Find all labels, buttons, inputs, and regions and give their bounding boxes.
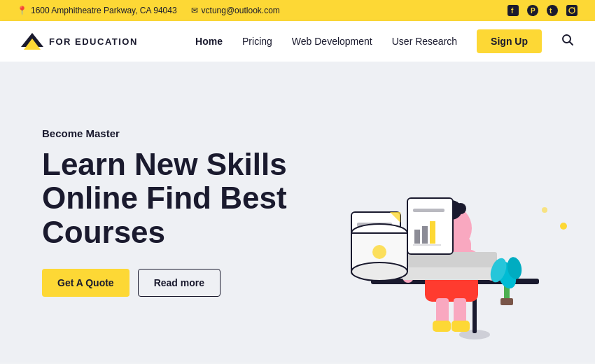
svg-rect-44 [414, 230, 420, 244]
svg-rect-6 [566, 5, 578, 16]
hero-buttons: Get A Quote Read more [42, 269, 287, 297]
nav-pricing[interactable]: Pricing [242, 36, 272, 47]
hero-content: Become Master Learn New Skills Online Fi… [42, 127, 287, 297]
svg-point-63 [560, 223, 567, 230]
top-bar-left: 📍 1600 Amphitheatre Parkway, CA 94043 ✉ … [17, 6, 280, 15]
svg-line-12 [570, 42, 573, 46]
svg-rect-46 [430, 221, 435, 244]
hero-subtitle: Become Master [42, 127, 287, 139]
search-button[interactable] [561, 34, 574, 49]
email-icon: ✉ [191, 6, 198, 15]
email-item: ✉ vctung@outlook.com [191, 6, 280, 15]
svg-rect-31 [500, 298, 513, 305]
signup-button[interactable]: Sign Up [477, 29, 542, 53]
svg-rect-45 [422, 226, 428, 244]
email-text: vctung@outlook.com [202, 6, 280, 15]
pinterest-icon[interactable]: P [526, 4, 539, 17]
instagram-icon[interactable] [566, 4, 578, 17]
address-text: 1600 Amphitheatre Parkway, CA 94043 [31, 6, 177, 15]
top-bar: 📍 1600 Amphitheatre Parkway, CA 94043 ✉ … [0, 0, 595, 21]
nav-web-development[interactable]: Web Development [292, 36, 372, 47]
social-links: f P t [507, 4, 578, 17]
svg-point-64 [542, 207, 547, 213]
location-icon: 📍 [17, 6, 27, 15]
nav-home[interactable]: Home [195, 36, 223, 47]
illustration-svg [301, 76, 567, 349]
twitter-icon[interactable]: t [546, 4, 559, 17]
main-nav: Home Pricing Web Development User Resear… [195, 29, 574, 53]
svg-point-4 [547, 5, 558, 16]
get-quote-button[interactable]: Get A Quote [42, 269, 130, 297]
svg-rect-43 [413, 209, 444, 212]
svg-point-25 [455, 203, 466, 214]
svg-text:P: P [531, 7, 536, 15]
logo-icon [21, 31, 43, 51]
hero-title: Learn New Skills Online Find Best Course… [42, 148, 287, 249]
logo: FOR EDUCATION [21, 31, 138, 51]
hero-illustration [301, 76, 567, 349]
hero-section: Become Master Learn New Skills Online Fi… [0, 62, 595, 363]
svg-rect-28 [433, 321, 451, 332]
address-item: 📍 1600 Amphitheatre Parkway, CA 94043 [17, 6, 177, 15]
svg-point-57 [351, 262, 407, 281]
read-more-button[interactable]: Read more [138, 269, 220, 297]
search-icon [561, 34, 574, 46]
nav-user-research[interactable]: User Research [392, 36, 457, 47]
logo-text: FOR EDUCATION [49, 36, 138, 47]
svg-rect-29 [451, 321, 470, 332]
svg-point-8 [574, 8, 575, 9]
header: FOR EDUCATION Home Pricing Web Developme… [0, 21, 595, 62]
svg-point-58 [372, 245, 386, 259]
facebook-icon[interactable]: f [507, 4, 519, 17]
